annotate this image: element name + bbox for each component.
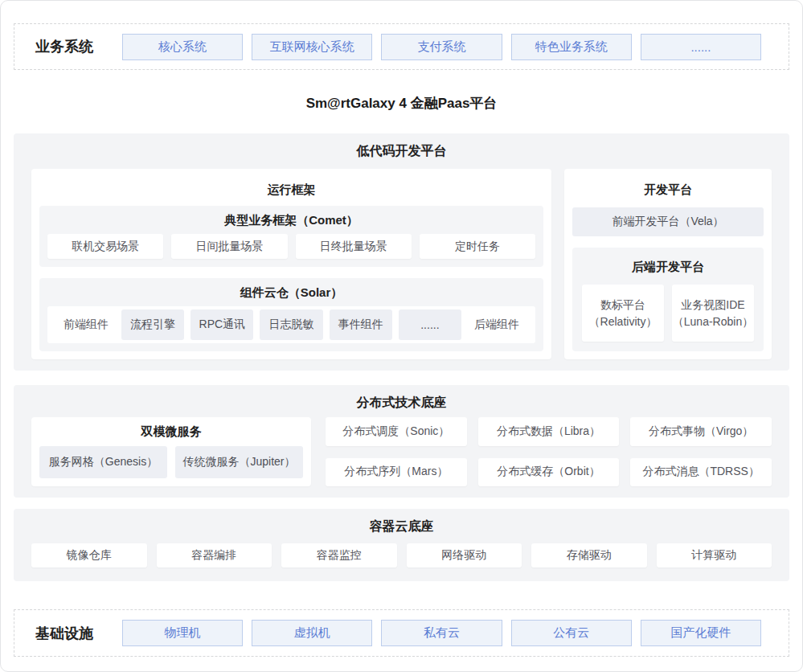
backend-dev-panel: 后端开发平台 数标平台 （Relativity） 业务视图IDE （Luna-R… xyxy=(572,248,764,351)
block-luna-robin-ide: 业务视图IDE （Luna-Robin） xyxy=(672,285,754,342)
block-compute-driver: 计算驱动 xyxy=(657,543,772,568)
business-systems-label: 业务系统 xyxy=(35,37,93,56)
label-backend-components: 后端组件 xyxy=(461,318,532,332)
block-container-orchestration: 容器编排 xyxy=(157,543,272,568)
label-frontend-components: 前端组件 xyxy=(51,318,121,332)
button-special-business-system[interactable]: 特色业务系统 xyxy=(511,34,632,60)
distributed-base-section: 分布式技术底座 双模微服务 服务网格（Genesis） 传统微服务（Jupite… xyxy=(14,385,789,498)
block-vela-frontend-platform: 前端开发平台（Vela） xyxy=(572,207,764,236)
button-virtual-machine[interactable]: 虚拟机 xyxy=(252,620,372,646)
backend-dev-title: 后端开发平台 xyxy=(582,259,754,275)
block-container-monitoring: 容器监控 xyxy=(281,543,397,568)
comet-framework-panel: 典型业务框架（Comet） 联机交易场景 日间批量场景 日终批量场景 定时任务 xyxy=(39,206,543,267)
solar-component-row: 前端组件 流程引擎 RPC通讯 日志脱敏 事件组件 ...... 后端组件 xyxy=(47,306,535,343)
block-event-component: 事件组件 xyxy=(330,309,392,340)
infrastructure-row: 基础设施 物理机 虚拟机 私有云 公有云 国产化硬件 xyxy=(14,609,789,657)
button-physical-machine[interactable]: 物理机 xyxy=(122,620,243,646)
distributed-services-grid: 分布式调度（Sonic） 分布式数据（Libra） 分布式事物（Virgo） 分… xyxy=(326,417,772,486)
comet-framework-title: 典型业务框架（Comet） xyxy=(47,212,535,228)
solar-component-panel: 组件云仓（Solar） 前端组件 流程引擎 RPC通讯 日志脱敏 事件组件 ..… xyxy=(39,278,543,351)
block-libra-data: 分布式数据（Libra） xyxy=(478,417,620,446)
dev-platform-title: 开发平台 xyxy=(572,182,764,198)
container-cloud-section: 容器云底座 镜像仓库 容器编排 容器监控 网络驱动 存储驱动 计算驱动 xyxy=(14,509,789,581)
block-mars-sequence: 分布式序列（Mars） xyxy=(326,458,467,487)
business-systems-buttons: 核心系统 互联网核心系统 支付系统 特色业务系统 ...... xyxy=(122,34,761,60)
runtime-framework-panel: 运行框架 典型业务框架（Comet） 联机交易场景 日间批量场景 日终批量场景 … xyxy=(31,169,551,359)
button-domestic-hardware[interactable]: 国产化硬件 xyxy=(641,620,761,646)
block-tdrss-message: 分布式消息（TDRSS） xyxy=(630,458,772,487)
block-genesis-mesh: 服务网格（Genesis） xyxy=(39,446,167,478)
page-title: Sm@rtGalaxy 4 金融Paas平台 xyxy=(1,94,802,113)
button-more-systems[interactable]: ...... xyxy=(641,34,761,60)
button-internet-core-system[interactable]: 互联网核心系统 xyxy=(252,34,372,60)
block-scheduled-task: 定时任务 xyxy=(420,234,535,259)
block-orbit-cache: 分布式缓存（Orbit） xyxy=(478,458,620,487)
container-cloud-title: 容器云底座 xyxy=(31,518,772,535)
block-relativity-platform: 数标平台 （Relativity） xyxy=(582,285,664,342)
dual-mode-microservice-panel: 双模微服务 服务网格（Genesis） 传统微服务（Jupiter） xyxy=(31,417,311,486)
block-online-transaction: 联机交易场景 xyxy=(47,234,163,259)
dual-mode-title: 双模微服务 xyxy=(39,424,303,440)
relativity-line1: 数标平台 xyxy=(600,297,645,313)
block-rpc-comm: RPC通讯 xyxy=(191,309,253,340)
luna-robin-line2: （Luna-Robin） xyxy=(673,313,753,330)
button-payment-system[interactable]: 支付系统 xyxy=(381,34,502,60)
block-log-masking: 日志脱敏 xyxy=(260,309,322,340)
relativity-line2: （Relativity） xyxy=(589,313,658,330)
solar-component-title: 组件云仓（Solar） xyxy=(47,285,535,301)
infrastructure-label: 基础设施 xyxy=(35,624,93,643)
block-image-registry: 镜像仓库 xyxy=(31,543,147,568)
block-virgo-transaction: 分布式事物（Virgo） xyxy=(630,417,772,446)
block-more-components: ...... xyxy=(399,309,461,340)
button-private-cloud[interactable]: 私有云 xyxy=(381,620,502,646)
low-code-platform-title: 低代码开发平台 xyxy=(31,143,772,159)
block-network-driver: 网络驱动 xyxy=(407,543,522,568)
architecture-diagram: 业务系统 核心系统 互联网核心系统 支付系统 特色业务系统 ...... Sm@… xyxy=(0,0,803,672)
button-public-cloud[interactable]: 公有云 xyxy=(511,620,632,646)
business-systems-row: 业务系统 核心系统 互联网核心系统 支付系统 特色业务系统 ...... xyxy=(14,23,789,70)
block-sonic-scheduling: 分布式调度（Sonic） xyxy=(326,417,467,446)
block-process-engine: 流程引擎 xyxy=(121,309,184,340)
dev-platform-panel: 开发平台 前端开发平台（Vela） 后端开发平台 数标平台 （Relativit… xyxy=(564,169,772,359)
block-intraday-batch: 日间批量场景 xyxy=(171,234,287,259)
block-eod-batch: 日终批量场景 xyxy=(296,234,412,259)
button-core-system[interactable]: 核心系统 xyxy=(122,34,243,60)
infrastructure-buttons: 物理机 虚拟机 私有云 公有云 国产化硬件 xyxy=(122,620,761,646)
low-code-platform-section: 低代码开发平台 运行框架 典型业务框架（Comet） 联机交易场景 日间批量场景… xyxy=(14,133,789,371)
block-storage-driver: 存储驱动 xyxy=(531,543,647,568)
block-jupiter-microservice: 传统微服务（Jupiter） xyxy=(175,446,303,478)
distributed-base-title: 分布式技术底座 xyxy=(31,395,772,411)
runtime-framework-title: 运行框架 xyxy=(39,182,543,198)
luna-robin-line1: 业务视图IDE xyxy=(681,297,744,313)
